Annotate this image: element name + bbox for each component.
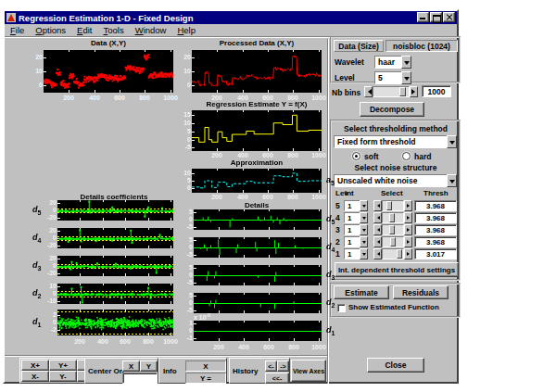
x-tick-label: 200	[68, 338, 92, 345]
slider-right-arrow-icon[interactable]	[404, 236, 412, 247]
plot-detail-d5[interactable]	[194, 209, 322, 230]
minimize-icon[interactable]	[417, 12, 429, 22]
y-tick-label: 0	[38, 262, 57, 269]
slider-right-arrow-icon[interactable]	[404, 248, 412, 259]
history-back-button[interactable]: <<-	[265, 373, 289, 384]
threshold-value-field[interactable]: 3.017	[414, 248, 457, 259]
plot-detail-d1[interactable]	[194, 321, 322, 341]
menu-item-tools[interactable]: Tools	[97, 25, 129, 35]
y-tick-label: -5	[174, 223, 193, 230]
interval-select[interactable]: 1	[344, 200, 368, 211]
slider-left-arrow-icon[interactable]	[373, 212, 382, 223]
threshold-slider[interactable]	[373, 248, 412, 259]
menu-item-options[interactable]: Options	[30, 25, 71, 35]
hard-radio-label: hard	[414, 152, 431, 161]
slider-left-arrow-icon[interactable]	[364, 86, 373, 97]
estimate-button[interactable]: Estimate	[334, 285, 389, 299]
y-tick-label: 0	[172, 82, 191, 88]
slider-right-arrow-icon[interactable]	[404, 224, 412, 235]
slider-left-arrow-icon[interactable]	[373, 200, 382, 211]
plot-regression[interactable]	[192, 110, 322, 151]
titlebar[interactable]: Regression Estimation 1-D - Fixed Design	[5, 11, 457, 24]
x-tick-label: 800	[133, 95, 157, 101]
center-x-button[interactable]: X	[122, 360, 140, 372]
slider-right-arrow-icon[interactable]	[404, 212, 412, 223]
plot-detail-coefficients-d3[interactable]	[57, 256, 173, 276]
history-prev-button[interactable]: <-	[265, 360, 277, 372]
plot-detail-coefficients-d1[interactable]	[57, 310, 173, 335]
nb-bins-field[interactable]: 1000	[422, 85, 451, 97]
x-tick-label: 800	[281, 194, 305, 200]
y-tick-label: 0	[174, 216, 193, 222]
slider-left-arrow-icon[interactable]	[373, 236, 382, 247]
plot-approximation[interactable]	[192, 169, 322, 193]
int-dependent-button[interactable]: Int. dependent threshold settings	[335, 262, 459, 277]
y-tick-label: 0	[174, 327, 193, 334]
y-tick-label: -5	[172, 144, 191, 150]
chevron-down-icon	[447, 135, 457, 148]
plot-detail-coefficients-d5[interactable]	[57, 200, 173, 221]
history-next-button[interactable]: ->	[277, 360, 289, 372]
wavelet-select[interactable]: haar	[374, 56, 411, 69]
threshold-slider[interactable]	[373, 224, 412, 235]
x-tick-label: 600	[107, 95, 132, 101]
zoom-y-minus-button[interactable]: Y-	[49, 371, 77, 382]
titlebar-close-icon[interactable]	[443, 12, 455, 22]
interval-select[interactable]: 1	[344, 248, 368, 259]
plot-detail-coefficients-d2[interactable]	[57, 284, 173, 304]
nb-bins-slider[interactable]	[364, 86, 418, 97]
zoom-x-minus-button[interactable]: X-	[21, 371, 49, 382]
center-input[interactable]	[122, 373, 158, 384]
plot-detail-d4[interactable]	[194, 237, 322, 258]
y-tick-label: 20	[38, 199, 57, 206]
plot-detail-d3[interactable]	[194, 265, 322, 285]
y-tick-label: -5	[174, 307, 193, 313]
y-tick-label: 5	[174, 264, 193, 271]
thresholding-method-select[interactable]: Fixed form threshold	[334, 135, 457, 148]
y-tick-label: 0	[38, 234, 57, 241]
x-tick-label: 400	[232, 344, 256, 350]
view-axes-button[interactable]: View Axes	[291, 360, 326, 382]
close-button[interactable]: Close	[367, 358, 424, 373]
threshold-slider[interactable]	[373, 212, 412, 223]
plot-detail-coefficients-d4[interactable]	[57, 228, 173, 248]
menu-item-window[interactable]: Window	[130, 25, 172, 35]
center-y-button[interactable]: Y	[140, 360, 158, 372]
noise-structure-select[interactable]: Unscaled white noise	[334, 174, 457, 187]
app-window: Regression Estimation 1-D - Fixed Design…	[3, 9, 459, 384]
zoom-y-plus-button[interactable]: Y+	[49, 360, 77, 371]
plot-processed[interactable]	[192, 50, 322, 93]
zoom-x-plus-button[interactable]: X+	[21, 360, 49, 371]
threshold-header-thresh: Thresh	[423, 189, 449, 197]
decompose-button[interactable]: Decompose	[360, 102, 424, 117]
y-tick-label: 5	[174, 209, 193, 215]
threshold-value-field[interactable]: 3.968	[414, 212, 457, 223]
slider-right-arrow-icon[interactable]	[410, 86, 418, 97]
interval-select[interactable]: 1	[344, 224, 368, 235]
slider-left-arrow-icon[interactable]	[373, 248, 382, 259]
threshold-row: 113.017	[333, 248, 459, 260]
interval-select[interactable]: 1	[344, 212, 368, 223]
soft-radio[interactable]	[352, 152, 360, 160]
threshold-value-field[interactable]: 3.968	[414, 200, 457, 211]
threshold-slider[interactable]	[373, 200, 412, 211]
hard-radio[interactable]	[402, 152, 411, 160]
scale-label: x 10-5	[194, 312, 231, 321]
maximize-icon[interactable]	[430, 12, 442, 22]
y-tick-label: 10	[172, 120, 191, 126]
plot-data-xy[interactable]	[44, 50, 173, 93]
residuals-button[interactable]: Residuals	[393, 285, 449, 299]
interval-select[interactable]: 1	[344, 236, 368, 247]
plot-detail-d2[interactable]	[194, 293, 322, 313]
menu-item-file[interactable]: File	[5, 25, 30, 35]
x-tick-label: 600	[113, 338, 137, 345]
level-select[interactable]: 5	[374, 71, 411, 84]
threshold-value-field[interactable]: 3.968	[414, 224, 457, 235]
menu-item-help[interactable]: Help	[171, 25, 201, 35]
threshold-slider[interactable]	[373, 236, 412, 247]
slider-right-arrow-icon[interactable]	[404, 200, 412, 211]
y-tick-label: 20	[38, 227, 57, 234]
threshold-value-field[interactable]: 3.968	[414, 236, 457, 247]
slider-left-arrow-icon[interactable]	[373, 224, 382, 235]
menu-item-edit[interactable]: Edit	[71, 25, 97, 35]
